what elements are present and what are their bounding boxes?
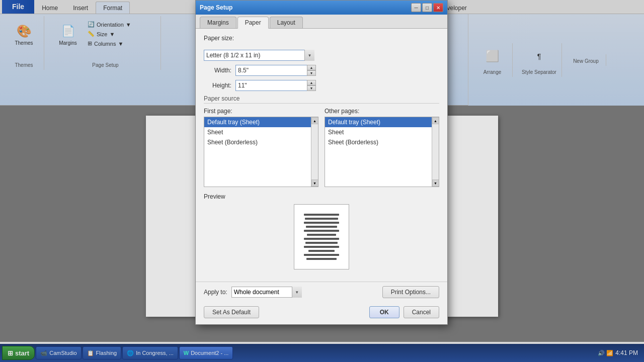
width-row: Width: ▲ ▼ (204, 65, 439, 76)
height-spin-down[interactable]: ▼ (307, 85, 316, 91)
apply-to-select-wrap[interactable]: Whole documentThis sectionThis point for… (231, 287, 302, 298)
dialog-apply-row: Apply to: Whole documentThis sectionThis… (196, 282, 447, 302)
height-input-wrap: ▲ ▼ (235, 80, 316, 91)
width-spinner[interactable]: ▲ ▼ (307, 65, 316, 76)
set-as-default-button[interactable]: Set As Default (204, 306, 259, 318)
preview-line-11 (304, 254, 339, 256)
first-page-scroll-down[interactable]: ▼ (311, 179, 318, 187)
dialog-action-buttons: OK Cancel (369, 306, 439, 318)
preview-label: Preview (204, 193, 439, 200)
paper-size-select[interactable]: Letter (8 1/2 x 11 in) (204, 50, 314, 61)
first-page-item-2[interactable]: Sheet (Borderless) (204, 137, 318, 147)
preview-line-9 (304, 246, 339, 248)
other-pages-item-1[interactable]: Sheet (325, 127, 439, 137)
other-pages-scroll-down[interactable]: ▼ (432, 179, 439, 187)
paper-source-divider: Paper source (204, 95, 439, 104)
apply-to-select[interactable]: Whole documentThis sectionThis point for… (231, 287, 302, 298)
print-options-button[interactable]: Print Options... (382, 286, 439, 298)
apply-to-label: Apply to: (204, 289, 227, 296)
first-page-scroll-up[interactable]: ▲ (311, 117, 318, 124)
preview-line-5 (304, 230, 339, 232)
other-pages-item-0[interactable]: Default tray (Sheet) (325, 117, 439, 127)
page-setup-dialog: Page Setup ─ □ ✕ Margins Paper Layout Pa… (195, 0, 448, 325)
dialog-controls: ─ □ ✕ (411, 3, 443, 12)
dialog-close-button[interactable]: ✕ (433, 3, 443, 12)
width-input-wrap: ▲ ▼ (235, 65, 316, 76)
tab-paper[interactable]: Paper (237, 17, 269, 29)
preview-section: Preview (204, 193, 439, 269)
paper-size-row: Paper size: (204, 35, 439, 46)
preview-line-10 (308, 250, 335, 252)
cancel-button[interactable]: Cancel (404, 306, 439, 318)
dialog-titlebar: Page Setup ─ □ ✕ (196, 1, 447, 15)
paper-source-section: First page: Default tray (Sheet) Sheet S… (204, 108, 439, 187)
ok-button[interactable]: OK (369, 306, 399, 318)
preview-line-12 (306, 258, 337, 260)
width-spin-down[interactable]: ▼ (307, 70, 316, 76)
height-row: Height: ▲ ▼ (204, 80, 439, 91)
paper-size-label: Paper size: (204, 35, 234, 42)
tab-margins[interactable]: Margins (200, 17, 236, 28)
height-input[interactable] (235, 80, 316, 91)
width-input[interactable] (235, 65, 316, 76)
dialog-title: Page Setup (200, 4, 232, 11)
first-page-col: First page: Default tray (Sheet) Sheet S… (204, 108, 318, 187)
tab-layout[interactable]: Layout (270, 17, 303, 28)
preview-box (294, 204, 349, 269)
other-pages-scroll-up[interactable]: ▲ (432, 117, 439, 124)
preview-line-1 (304, 214, 339, 216)
preview-line-7 (304, 238, 339, 240)
first-page-label: First page: (204, 108, 318, 115)
preview-line-4 (306, 226, 337, 228)
height-spin-up[interactable]: ▲ (307, 80, 316, 85)
preview-line-6 (307, 234, 336, 236)
other-pages-col: Other pages: Default tray (Sheet) Sheet … (325, 108, 439, 187)
other-pages-scrollbar[interactable]: ▲ ▼ (432, 117, 439, 187)
first-page-scrollbar[interactable]: ▲ ▼ (311, 117, 318, 187)
preview-line-2 (305, 218, 338, 220)
dialog-maximize-button[interactable]: □ (422, 3, 432, 12)
dialog-tab-bar: Margins Paper Layout (196, 15, 447, 29)
other-pages-list[interactable]: Default tray (Sheet) Sheet Sheet (Border… (325, 117, 439, 187)
other-pages-item-2[interactable]: Sheet (Borderless) (325, 137, 439, 147)
width-spin-up[interactable]: ▲ (307, 65, 316, 70)
dialog-body: Paper size: Letter (8 1/2 x 11 in) ▼ Wid… (196, 29, 447, 282)
dialog-footer: Set As Default OK Cancel (196, 302, 447, 324)
preview-line-8 (305, 242, 337, 244)
first-page-item-1[interactable]: Sheet (204, 127, 318, 137)
other-pages-label: Other pages: (325, 108, 439, 115)
height-spinner[interactable]: ▲ ▼ (307, 80, 316, 91)
first-page-list[interactable]: Default tray (Sheet) Sheet Sheet (Border… (204, 117, 318, 187)
paper-size-select-row: Letter (8 1/2 x 11 in) ▼ (204, 50, 439, 61)
height-label: Height: (204, 82, 231, 89)
width-label: Width: (204, 67, 231, 74)
dialog-minimize-button[interactable]: ─ (411, 3, 421, 12)
preview-line-3 (304, 222, 339, 224)
first-page-item-0[interactable]: Default tray (Sheet) (204, 117, 318, 127)
paper-size-select-wrap[interactable]: Letter (8 1/2 x 11 in) ▼ (204, 50, 314, 61)
